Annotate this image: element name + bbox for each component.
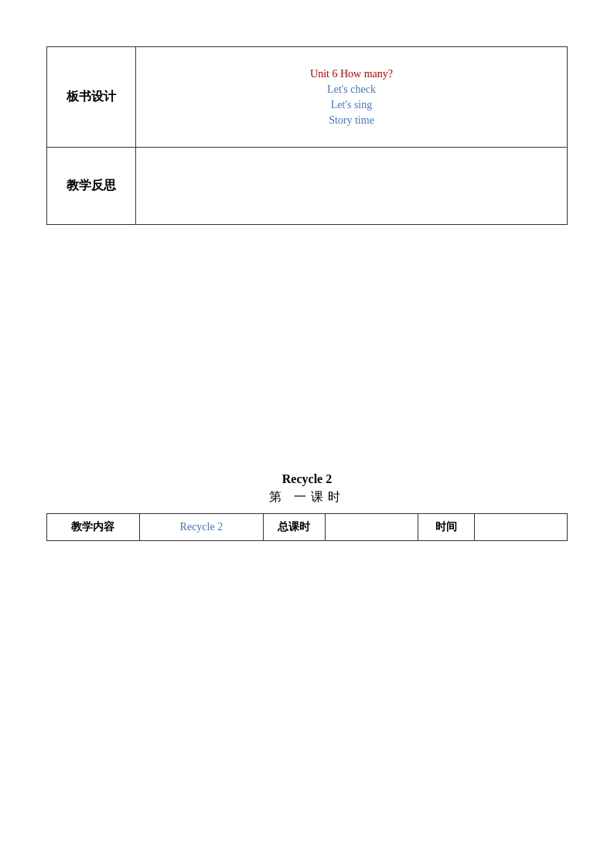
page: 板书设计 Unit 6 How many? Let's check Let's …: [0, 0, 614, 868]
total-hours-value: [325, 514, 418, 541]
teaching-content-label: 教学内容: [47, 514, 140, 541]
top-table: 板书设计 Unit 6 How many? Let's check Let's …: [46, 46, 568, 225]
bottom-table-row: 教学内容 Recycle 2 总课时 时间: [47, 514, 568, 541]
jiaoxue-content: [136, 148, 568, 225]
spacer: [46, 225, 568, 472]
content-line4: Story time: [144, 114, 559, 127]
jiaoxue-row: 教学反思: [47, 148, 568, 225]
content-line1: Unit 6 How many?: [144, 68, 559, 80]
total-hours-label: 总课时: [263, 514, 325, 541]
jiaoxue-label: 教学反思: [47, 148, 136, 225]
recycle-section: Recycle 2 第 一课时 教学内容 Recycle 2 总课时 时间: [46, 472, 568, 541]
recycle-title: Recycle 2: [46, 472, 568, 486]
banshu-label: 板书设计: [47, 47, 136, 148]
banshu-row: 板书设计 Unit 6 How many? Let's check Let's …: [47, 47, 568, 148]
lesson-title: 第 一课时: [46, 489, 568, 505]
content-line2: Let's check: [144, 83, 559, 96]
banshu-content: Unit 6 How many? Let's check Let's sing …: [136, 47, 568, 148]
teaching-content-value: Recycle 2: [139, 514, 263, 541]
content-line3: Let's sing: [144, 99, 559, 111]
bottom-table: 教学内容 Recycle 2 总课时 时间: [46, 513, 568, 541]
time-value: [475, 514, 568, 541]
time-label: 时间: [418, 514, 474, 541]
